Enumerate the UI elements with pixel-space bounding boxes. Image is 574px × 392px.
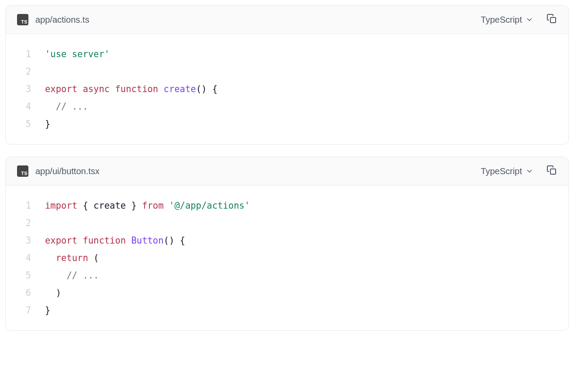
code-token: // ...: [66, 270, 99, 281]
copy-button[interactable]: [546, 165, 557, 177]
line-number: 5: [6, 115, 45, 133]
code-token: create: [164, 84, 196, 94]
line-content: }: [45, 115, 568, 133]
copy-button[interactable]: [546, 14, 557, 26]
code-block-header: TSapp/ui/button.tsxTypeScript: [6, 157, 568, 186]
code-token: () {: [164, 235, 185, 246]
code-line: 3export function Button() {: [6, 232, 568, 249]
language-label: TypeScript: [481, 166, 522, 176]
code-line: 2: [6, 63, 568, 80]
code-body: 1'use server'23export async function cre…: [6, 34, 568, 144]
code-token: export: [45, 235, 77, 246]
line-number: 5: [6, 267, 45, 284]
code-token: [45, 270, 66, 281]
code-token: [77, 84, 83, 94]
code-line: 1'use server': [6, 45, 568, 63]
code-token: async: [83, 84, 110, 94]
code-line: 4 return (: [6, 249, 568, 267]
code-token: [126, 235, 131, 246]
line-content: // ...: [45, 267, 568, 284]
chevron-down-icon: [526, 16, 533, 24]
code-token: [45, 101, 56, 112]
code-body: 1import { create } from '@/app/actions'2…: [6, 186, 568, 330]
line-number: 7: [6, 302, 45, 319]
code-line: 4 // ...: [6, 98, 568, 115]
code-line: 7}: [6, 302, 568, 319]
svg-rect-0: [550, 17, 556, 23]
code-token: // ...: [56, 101, 88, 112]
code-block: TSapp/ui/button.tsxTypeScript1import { c…: [5, 157, 569, 331]
code-token: ): [45, 288, 61, 298]
line-content: [45, 214, 568, 232]
line-content: // ...: [45, 98, 568, 115]
code-line: 5}: [6, 115, 568, 133]
code-line: 1import { create } from '@/app/actions': [6, 197, 568, 214]
code-token: [158, 84, 163, 94]
code-token: }: [126, 200, 142, 211]
line-content: 'use server': [45, 45, 568, 63]
code-token: [45, 253, 56, 263]
code-token: {: [77, 200, 93, 211]
line-number: 1: [6, 197, 45, 214]
code-token: Button: [131, 235, 164, 246]
chevron-down-icon: [526, 167, 533, 175]
line-number: 6: [6, 284, 45, 302]
line-content: [45, 63, 568, 80]
code-token: '@/app/actions': [169, 200, 250, 211]
code-line: 6 ): [6, 284, 568, 302]
typescript-badge-icon: TS: [17, 14, 28, 25]
line-number: 4: [6, 98, 45, 115]
code-token: return: [56, 253, 88, 263]
code-token: function: [115, 84, 158, 94]
language-label: TypeScript: [481, 15, 522, 25]
code-token: import: [45, 200, 77, 211]
code-line: 5 // ...: [6, 267, 568, 284]
copy-icon: [546, 165, 557, 177]
code-block-header: TSapp/actions.tsTypeScript: [6, 6, 568, 34]
language-dropdown[interactable]: TypeScript: [481, 15, 533, 25]
filename-label: app/ui/button.tsx: [35, 166, 481, 176]
code-token: 'use server': [45, 49, 110, 59]
language-dropdown[interactable]: TypeScript: [481, 166, 533, 176]
filename-label: app/actions.ts: [35, 15, 481, 25]
code-token: [164, 200, 169, 211]
code-token: [77, 235, 83, 246]
line-content: ): [45, 284, 568, 302]
line-number: 3: [6, 232, 45, 249]
code-token: create: [93, 200, 126, 211]
copy-icon: [546, 14, 557, 26]
line-content: }: [45, 302, 568, 319]
line-content: export async function create() {: [45, 80, 568, 98]
code-token: (: [88, 253, 99, 263]
code-token: }: [45, 305, 50, 316]
line-number: 2: [6, 214, 45, 232]
typescript-badge-icon: TS: [17, 165, 28, 177]
code-token: from: [142, 200, 163, 211]
code-token: [110, 84, 115, 94]
line-number: 1: [6, 45, 45, 63]
code-line: 3export async function create() {: [6, 80, 568, 98]
code-token: () {: [196, 84, 218, 94]
code-line: 2: [6, 214, 568, 232]
line-number: 2: [6, 63, 45, 80]
line-content: return (: [45, 249, 568, 267]
line-content: export function Button() {: [45, 232, 568, 249]
line-number: 4: [6, 249, 45, 267]
code-token: function: [83, 235, 126, 246]
line-number: 3: [6, 80, 45, 98]
code-block: TSapp/actions.tsTypeScript1'use server'2…: [5, 5, 569, 144]
line-content: import { create } from '@/app/actions': [45, 197, 568, 214]
code-token: }: [45, 119, 50, 129]
svg-rect-1: [550, 169, 556, 174]
code-token: export: [45, 84, 77, 94]
